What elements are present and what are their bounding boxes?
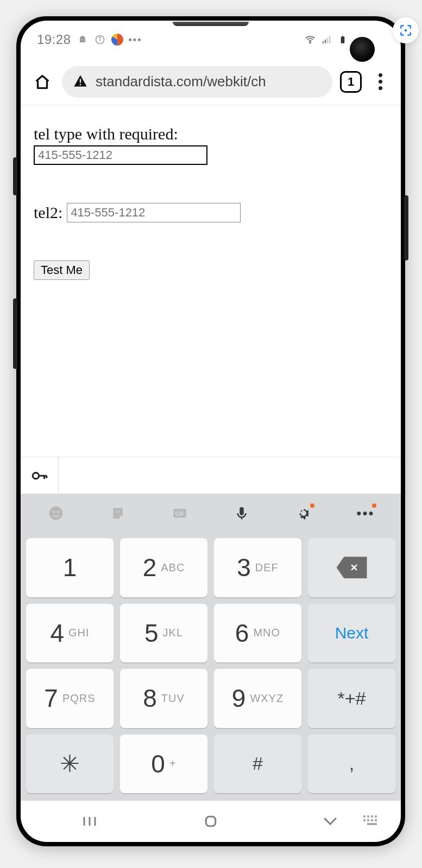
key-star[interactable]: ✳: [26, 735, 114, 794]
keypad: 1 2ABC 3DEF 4GHI 5JKL 6MNO Next 7PQRS 8T…: [21, 533, 401, 801]
key-hash[interactable]: #: [214, 735, 301, 794]
password-key-icon[interactable]: [21, 457, 59, 494]
svg-text:GIF: GIF: [175, 510, 185, 517]
svg-rect-31: [375, 815, 377, 818]
svg-rect-34: [371, 819, 373, 821]
clock: 19:28: [37, 32, 71, 47]
keyboard-switch-button[interactable]: [355, 815, 388, 827]
svg-point-18: [57, 511, 59, 513]
svg-rect-35: [375, 819, 377, 821]
settings-icon[interactable]: [292, 501, 316, 525]
svg-rect-10: [329, 36, 331, 43]
android-icon: [77, 34, 89, 46]
key-next[interactable]: Next: [308, 604, 395, 663]
key-3[interactable]: 3DEF: [214, 538, 301, 597]
back-nav-button[interactable]: [314, 816, 347, 827]
suggestion-strip: [21, 457, 401, 494]
key-6[interactable]: 6MNO: [214, 604, 301, 663]
svg-point-16: [49, 507, 63, 520]
svg-point-19: [116, 511, 117, 513]
volume-down-button[interactable]: [13, 298, 17, 369]
phone-frame: 19:28 •••: [16, 16, 405, 846]
key-5[interactable]: 5JKL: [120, 604, 207, 663]
svg-rect-33: [367, 819, 369, 821]
svg-rect-23: [240, 507, 244, 515]
svg-point-20: [118, 511, 120, 513]
power-button[interactable]: [404, 195, 408, 260]
key-8[interactable]: 8TUV: [120, 669, 207, 728]
svg-rect-9: [327, 38, 329, 43]
svg-point-17: [53, 511, 55, 513]
svg-point-6: [310, 42, 311, 43]
overflow-menu-button[interactable]: [369, 73, 391, 90]
more-notifications-icon: •••: [129, 34, 142, 46]
emoji-icon[interactable]: [44, 501, 68, 525]
key-symbols[interactable]: *+#: [308, 669, 395, 728]
insecure-site-icon: [73, 73, 88, 91]
tel1-input[interactable]: [34, 145, 207, 165]
svg-point-5: [99, 37, 100, 38]
svg-rect-7: [323, 41, 324, 43]
svg-point-0: [405, 29, 407, 31]
key-comma[interactable]: ,: [308, 735, 395, 794]
backspace-icon: [337, 557, 367, 578]
android-nav-bar: [21, 801, 401, 842]
recents-button[interactable]: [75, 815, 108, 828]
svg-rect-27: [206, 816, 216, 826]
key-1[interactable]: 1: [26, 538, 114, 597]
svg-point-2: [83, 39, 84, 40]
web-page-content: tel type with required: tel2: Test Me: [21, 105, 401, 299]
svg-rect-12: [342, 36, 344, 37]
svg-point-15: [33, 473, 39, 478]
info-icon: [94, 34, 106, 46]
volume-up-button[interactable]: [13, 157, 17, 195]
svg-rect-14: [80, 84, 81, 85]
svg-point-1: [80, 39, 81, 40]
gif-icon[interactable]: GIF: [168, 501, 192, 525]
key-backspace[interactable]: [308, 538, 395, 597]
key-4[interactable]: 4GHI: [26, 604, 114, 663]
test-me-button[interactable]: Test Me: [34, 260, 90, 280]
address-bar[interactable]: standardista.com/webkit/ch: [62, 66, 332, 98]
battery-icon: [337, 34, 349, 46]
screenshot-scan-icon[interactable]: [393, 17, 419, 43]
url-text: standardista.com/webkit/ch: [96, 73, 266, 90]
mic-icon[interactable]: [230, 501, 254, 525]
tabs-count: 1: [348, 75, 354, 89]
tel2-label: tel2:: [34, 203, 62, 222]
front-camera: [350, 37, 375, 62]
browser-toolbar: standardista.com/webkit/ch 1: [21, 59, 401, 105]
key-9[interactable]: 9WXYZ: [214, 669, 301, 728]
more-icon[interactable]: •••: [354, 501, 377, 525]
browser-app-icon: [111, 34, 123, 46]
key-2[interactable]: 2ABC: [120, 538, 207, 597]
suggestion-area[interactable]: [59, 457, 401, 494]
svg-rect-8: [325, 40, 326, 43]
earpiece: [173, 22, 249, 26]
key-7[interactable]: 7PQRS: [26, 669, 114, 728]
key-0[interactable]: 0+: [120, 735, 207, 794]
signal-icon: [320, 34, 332, 46]
wifi-icon: [304, 34, 316, 46]
tel1-label: tel type with required:: [34, 125, 388, 143]
soft-keyboard: GIF ••• 1 2ABC 3DEF: [21, 494, 401, 801]
svg-rect-13: [80, 79, 81, 82]
android-status-bar: 19:28 •••: [21, 21, 401, 59]
svg-rect-32: [363, 819, 366, 821]
tel2-input[interactable]: [67, 203, 241, 222]
svg-rect-30: [371, 815, 373, 818]
svg-rect-36: [367, 823, 377, 825]
svg-rect-29: [367, 815, 369, 818]
home-button[interactable]: [30, 70, 54, 94]
keyboard-toolbar: GIF •••: [21, 494, 401, 533]
sticker-icon[interactable]: [106, 501, 130, 525]
tabs-button[interactable]: 1: [340, 71, 362, 93]
home-nav-button[interactable]: [194, 813, 227, 829]
svg-rect-28: [363, 815, 366, 818]
svg-rect-11: [341, 37, 345, 43]
